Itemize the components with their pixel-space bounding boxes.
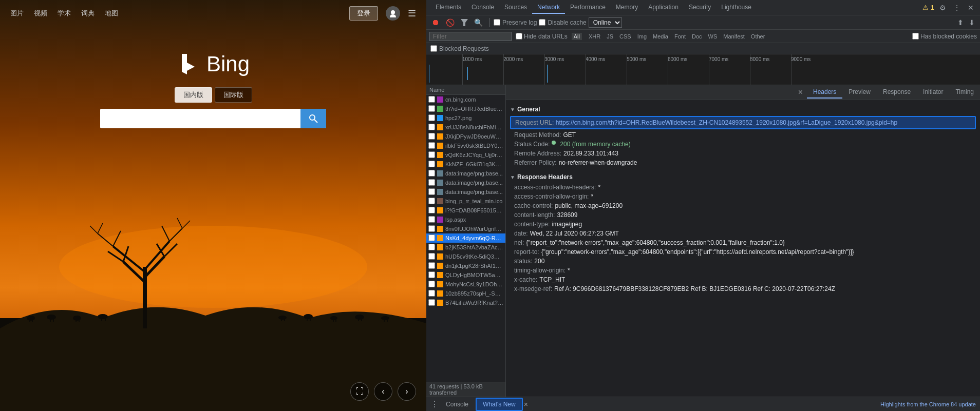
nav-item-images[interactable]: 图片 [10, 9, 24, 18]
headers-close-button[interactable]: × [794, 88, 807, 97]
request-checkbox[interactable] [428, 290, 435, 297]
request-item[interactable]: MohyNcCsL9y1DOhEUBymJyC... [426, 280, 505, 289]
blocked-requests-checkbox[interactable] [430, 45, 437, 52]
request-item[interactable]: data:image/png;base... [426, 187, 505, 197]
blocked-requests-label[interactable]: Blocked Requests [430, 45, 489, 52]
request-item[interactable]: KkNZF_6GkI7l1q3Kq4B104zwb... [426, 160, 505, 169]
tab-headers[interactable]: Headers [807, 86, 842, 99]
request-item[interactable]: lsp.aspx [426, 215, 505, 224]
request-checkbox[interactable] [428, 142, 435, 149]
tab-console[interactable]: Console [466, 2, 499, 14]
request-checkbox[interactable] [428, 253, 435, 260]
filter-media[interactable]: Media [650, 33, 671, 40]
prev-button[interactable]: ‹ [374, 382, 392, 401]
request-item[interactable]: vQdK6zJCYqq_Ujj0rSxiQq2utL... [426, 150, 505, 160]
tab-response[interactable]: Response [877, 86, 917, 99]
request-checkbox[interactable] [428, 105, 435, 112]
more-options-icon[interactable]: ⋮ [951, 3, 963, 13]
request-item[interactable]: ilbkF5vv0sk3tBLDY0Nm39p1... [426, 141, 505, 150]
request-checkbox[interactable] [428, 198, 435, 204]
request-item[interactable]: xrUJJ8sN8ucbiFbMiJe3n0IfRw... [426, 123, 505, 132]
export-button[interactable]: ⬇ [967, 17, 977, 28]
disable-cache-checkbox[interactable] [539, 19, 545, 26]
filter-xhr[interactable]: XHR [586, 33, 603, 40]
login-button[interactable]: 登录 [349, 6, 378, 21]
request-item[interactable]: bing_p_rr_teal_min.ico [426, 197, 505, 206]
record-button[interactable]: ⏺ [429, 17, 442, 28]
hide-data-urls-label[interactable]: Hide data URLs [516, 33, 568, 40]
request-checkbox[interactable] [428, 188, 435, 195]
filter-input[interactable] [429, 32, 512, 41]
request-checkbox[interactable] [428, 161, 435, 167]
tab-application[interactable]: Application [643, 2, 684, 14]
settings-icon[interactable]: ⚙ [937, 3, 948, 13]
tab-network[interactable]: Network [532, 2, 565, 14]
tab-domestic[interactable]: 国内版 [175, 87, 212, 103]
tab-sources[interactable]: Sources [499, 2, 532, 14]
request-item[interactable]: hpc27.png [426, 113, 505, 123]
request-item[interactable]: cn.bing.com [426, 95, 505, 104]
request-item[interactable]: NsKd_4dyvm6qQ-R3hvpSfkMl [426, 233, 505, 243]
throttle-select[interactable]: Online [589, 17, 622, 28]
request-item[interactable]: B74LifiaWu9RfKnat?k7G4nwfi... [426, 298, 505, 307]
request-item[interactable]: hUD5cv9tKe-5diQ3VKxU8ZfG... [426, 252, 505, 261]
nav-item-map[interactable]: 地图 [105, 9, 118, 18]
bottom-bar-console-tab[interactable]: Console [442, 400, 473, 409]
request-checkbox[interactable] [428, 124, 435, 130]
request-item[interactable]: dn1jk1pgK28rShAI1LXEp45SF... [426, 261, 505, 270]
request-item[interactable]: l?!G=DAB08F6501574477A89... [426, 206, 505, 215]
nav-item-dict[interactable]: 词典 [81, 9, 95, 18]
tab-initiator[interactable]: Initiator [917, 86, 949, 99]
expand-button[interactable]: ⛶ [350, 382, 369, 401]
request-checkbox[interactable] [428, 271, 435, 278]
request-checkbox[interactable] [428, 179, 435, 186]
clear-button[interactable]: 🚫 [444, 17, 457, 28]
filter-manifest[interactable]: Manifest [721, 33, 747, 40]
requests-list[interactable]: cn.bing.comth?id=OHR.RedBlueWildebeest..… [426, 95, 505, 382]
request-checkbox[interactable] [428, 133, 435, 140]
filter-other[interactable]: Other [748, 33, 768, 40]
filter-js[interactable]: JS [604, 33, 616, 40]
tab-performance[interactable]: Performance [565, 2, 611, 14]
request-item[interactable]: JXkjDPywJD9oeuWPLy7bD8Jc... [426, 132, 505, 141]
request-checkbox[interactable] [428, 225, 435, 232]
request-item[interactable]: 10zb895z70spH_-S34cUenfTpz... [426, 289, 505, 298]
search-input[interactable] [100, 109, 300, 128]
what-new-close-button[interactable]: × [524, 400, 528, 408]
blocked-cookies-label[interactable]: Has blocked cookies [912, 33, 977, 40]
request-checkbox[interactable] [428, 262, 435, 269]
filter-font[interactable]: Font [672, 33, 688, 40]
next-button[interactable]: › [398, 382, 416, 401]
request-item[interactable]: b2jK53ShtA2vbaZAckacg90Gv... [426, 243, 505, 252]
filter-img[interactable]: Img [635, 33, 649, 40]
request-checkbox[interactable] [428, 207, 435, 213]
import-button[interactable]: ⬆ [955, 17, 966, 28]
filter-toggle-button[interactable] [459, 18, 470, 27]
request-checkbox[interactable] [428, 96, 435, 103]
request-checkbox[interactable] [428, 234, 435, 241]
request-checkbox[interactable] [428, 151, 435, 158]
nav-item-videos[interactable]: 视频 [34, 9, 47, 18]
tab-security[interactable]: Security [684, 2, 716, 14]
response-headers-title[interactable]: ▼ Response Headers [510, 171, 976, 183]
search-button[interactable] [300, 109, 326, 128]
request-checkbox[interactable] [428, 216, 435, 223]
hamburger-menu[interactable]: ☰ [408, 8, 416, 19]
close-devtools-icon[interactable]: ✕ [966, 3, 976, 13]
tab-international[interactable]: 国际版 [215, 87, 252, 103]
request-checkbox[interactable] [428, 244, 435, 250]
tab-preview[interactable]: Preview [842, 86, 877, 99]
request-item[interactable]: data:image/png;base... [426, 169, 505, 178]
tab-memory[interactable]: Memory [611, 2, 643, 14]
request-item[interactable]: data:image/png;base... [426, 178, 505, 187]
bottom-bar-menu[interactable]: ⋮ [430, 399, 439, 409]
filter-doc[interactable]: Doc [689, 33, 705, 40]
request-item[interactable]: 8nv0fUJOhWurUgrifC0axuluQi... [426, 224, 505, 233]
nav-item-academic[interactable]: 学术 [58, 9, 71, 18]
request-checkbox[interactable] [428, 170, 435, 177]
request-item[interactable]: th?id=OHR.RedBlueWildebeest... [426, 104, 505, 113]
request-checkbox[interactable] [428, 114, 435, 121]
general-section-title[interactable]: ▼ General [510, 104, 976, 115]
search-button-network[interactable]: 🔍 [472, 17, 485, 28]
preserve-log-label[interactable]: Preserve log [494, 19, 537, 26]
